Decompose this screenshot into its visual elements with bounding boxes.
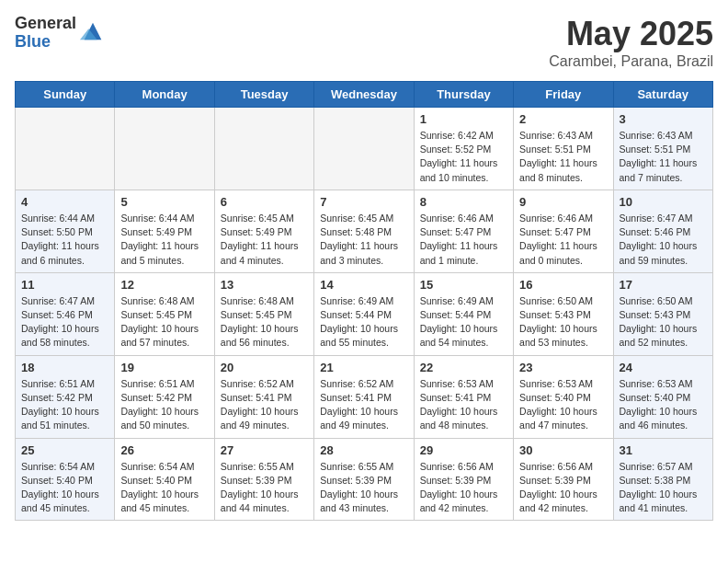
calendar-cell: 18Sunrise: 6:51 AM Sunset: 5:42 PM Dayli… bbox=[16, 355, 115, 438]
week-row-4: 18Sunrise: 6:51 AM Sunset: 5:42 PM Dayli… bbox=[16, 355, 713, 438]
day-info: Sunrise: 6:44 AM Sunset: 5:50 PM Dayligh… bbox=[21, 212, 108, 268]
calendar-cell: 31Sunrise: 6:57 AM Sunset: 5:38 PM Dayli… bbox=[613, 438, 712, 521]
weekday-header-sunday: Sunday bbox=[16, 82, 115, 108]
day-number: 19 bbox=[120, 361, 208, 374]
day-info: Sunrise: 6:44 AM Sunset: 5:49 PM Dayligh… bbox=[120, 212, 208, 268]
title-block: May 2025 Carambei, Parana, Brazil bbox=[549, 15, 713, 70]
calendar-cell: 26Sunrise: 6:54 AM Sunset: 5:40 PM Dayli… bbox=[115, 438, 214, 521]
calendar-cell: 15Sunrise: 6:49 AM Sunset: 5:44 PM Dayli… bbox=[414, 272, 513, 355]
week-row-1: 1Sunrise: 6:42 AM Sunset: 5:52 PM Daylig… bbox=[16, 108, 713, 190]
logo-icon bbox=[80, 18, 106, 44]
day-number: 1 bbox=[420, 112, 507, 126]
day-info: Sunrise: 6:46 AM Sunset: 5:47 PM Dayligh… bbox=[519, 212, 607, 268]
calendar-cell: 12Sunrise: 6:48 AM Sunset: 5:45 PM Dayli… bbox=[115, 272, 214, 355]
week-row-3: 11Sunrise: 6:47 AM Sunset: 5:46 PM Dayli… bbox=[16, 272, 713, 355]
calendar-cell: 17Sunrise: 6:50 AM Sunset: 5:43 PM Dayli… bbox=[613, 272, 712, 355]
day-info: Sunrise: 6:42 AM Sunset: 5:52 PM Dayligh… bbox=[420, 129, 507, 185]
calendar-cell: 29Sunrise: 6:56 AM Sunset: 5:39 PM Dayli… bbox=[414, 438, 513, 521]
day-number: 6 bbox=[221, 195, 308, 209]
week-row-2: 4Sunrise: 6:44 AM Sunset: 5:50 PM Daylig… bbox=[16, 190, 713, 272]
calendar-cell: 3Sunrise: 6:43 AM Sunset: 5:51 PM Daylig… bbox=[613, 108, 712, 190]
day-number: 18 bbox=[21, 361, 108, 374]
calendar-cell: 23Sunrise: 6:53 AM Sunset: 5:40 PM Dayli… bbox=[514, 355, 613, 438]
day-number: 24 bbox=[620, 361, 707, 374]
calendar-cell: 2Sunrise: 6:43 AM Sunset: 5:51 PM Daylig… bbox=[514, 108, 613, 190]
calendar-cell: 27Sunrise: 6:55 AM Sunset: 5:39 PM Dayli… bbox=[214, 438, 313, 521]
calendar-cell: 13Sunrise: 6:48 AM Sunset: 5:45 PM Dayli… bbox=[214, 272, 313, 355]
day-info: Sunrise: 6:53 AM Sunset: 5:40 PM Dayligh… bbox=[620, 377, 707, 433]
day-number: 28 bbox=[320, 443, 407, 457]
calendar-cell: 9Sunrise: 6:46 AM Sunset: 5:47 PM Daylig… bbox=[514, 190, 613, 272]
day-info: Sunrise: 6:54 AM Sunset: 5:40 PM Dayligh… bbox=[120, 460, 208, 516]
day-info: Sunrise: 6:53 AM Sunset: 5:41 PM Dayligh… bbox=[420, 377, 507, 433]
calendar-cell bbox=[115, 108, 214, 190]
weekday-header-friday: Friday bbox=[514, 82, 613, 108]
calendar-cell bbox=[214, 108, 313, 190]
day-info: Sunrise: 6:47 AM Sunset: 5:46 PM Dayligh… bbox=[21, 294, 108, 350]
day-info: Sunrise: 6:46 AM Sunset: 5:47 PM Dayligh… bbox=[420, 212, 507, 268]
day-number: 20 bbox=[221, 361, 308, 374]
day-number: 11 bbox=[21, 278, 108, 292]
day-number: 13 bbox=[221, 278, 308, 292]
day-number: 25 bbox=[21, 443, 108, 457]
day-info: Sunrise: 6:56 AM Sunset: 5:39 PM Dayligh… bbox=[519, 460, 607, 516]
day-info: Sunrise: 6:45 AM Sunset: 5:49 PM Dayligh… bbox=[221, 212, 308, 268]
month-title: May 2025 bbox=[549, 15, 713, 53]
logo-blue-text: Blue bbox=[15, 33, 76, 52]
day-number: 22 bbox=[420, 361, 507, 374]
day-info: Sunrise: 6:52 AM Sunset: 5:41 PM Dayligh… bbox=[221, 377, 308, 433]
day-info: Sunrise: 6:53 AM Sunset: 5:40 PM Dayligh… bbox=[519, 377, 607, 433]
weekday-header-thursday: Thursday bbox=[414, 82, 513, 108]
day-info: Sunrise: 6:52 AM Sunset: 5:41 PM Dayligh… bbox=[320, 377, 407, 433]
calendar-cell: 25Sunrise: 6:54 AM Sunset: 5:40 PM Dayli… bbox=[16, 438, 115, 521]
calendar-cell: 24Sunrise: 6:53 AM Sunset: 5:40 PM Dayli… bbox=[613, 355, 712, 438]
calendar-cell: 19Sunrise: 6:51 AM Sunset: 5:42 PM Dayli… bbox=[115, 355, 214, 438]
day-info: Sunrise: 6:48 AM Sunset: 5:45 PM Dayligh… bbox=[120, 294, 208, 350]
day-info: Sunrise: 6:54 AM Sunset: 5:40 PM Dayligh… bbox=[21, 460, 108, 516]
day-number: 3 bbox=[620, 112, 707, 126]
day-number: 5 bbox=[120, 195, 208, 209]
day-number: 9 bbox=[519, 195, 607, 209]
day-info: Sunrise: 6:43 AM Sunset: 5:51 PM Dayligh… bbox=[620, 129, 707, 185]
calendar-cell: 1Sunrise: 6:42 AM Sunset: 5:52 PM Daylig… bbox=[414, 108, 513, 190]
day-number: 30 bbox=[519, 443, 607, 457]
header: General Blue May 2025 Carambei, Parana, … bbox=[15, 15, 713, 70]
day-info: Sunrise: 6:55 AM Sunset: 5:39 PM Dayligh… bbox=[320, 460, 407, 516]
day-info: Sunrise: 6:45 AM Sunset: 5:48 PM Dayligh… bbox=[320, 212, 407, 268]
day-info: Sunrise: 6:49 AM Sunset: 5:44 PM Dayligh… bbox=[320, 294, 407, 350]
calendar-cell: 14Sunrise: 6:49 AM Sunset: 5:44 PM Dayli… bbox=[314, 272, 414, 355]
day-number: 26 bbox=[120, 443, 208, 457]
calendar-cell bbox=[16, 108, 115, 190]
day-number: 29 bbox=[420, 443, 507, 457]
weekday-header-monday: Monday bbox=[115, 82, 214, 108]
calendar-cell: 20Sunrise: 6:52 AM Sunset: 5:41 PM Dayli… bbox=[214, 355, 313, 438]
day-info: Sunrise: 6:43 AM Sunset: 5:51 PM Dayligh… bbox=[519, 129, 607, 185]
day-info: Sunrise: 6:57 AM Sunset: 5:38 PM Dayligh… bbox=[620, 460, 707, 516]
day-info: Sunrise: 6:47 AM Sunset: 5:46 PM Dayligh… bbox=[620, 212, 707, 268]
logo-general-text: General bbox=[15, 15, 76, 33]
day-info: Sunrise: 6:51 AM Sunset: 5:42 PM Dayligh… bbox=[120, 377, 208, 433]
day-number: 8 bbox=[420, 195, 507, 209]
day-number: 10 bbox=[620, 195, 707, 209]
day-info: Sunrise: 6:56 AM Sunset: 5:39 PM Dayligh… bbox=[420, 460, 507, 516]
day-info: Sunrise: 6:50 AM Sunset: 5:43 PM Dayligh… bbox=[620, 294, 707, 350]
day-info: Sunrise: 6:51 AM Sunset: 5:42 PM Dayligh… bbox=[21, 377, 108, 433]
weekday-header-saturday: Saturday bbox=[613, 82, 712, 108]
week-row-5: 25Sunrise: 6:54 AM Sunset: 5:40 PM Dayli… bbox=[16, 438, 713, 521]
day-number: 27 bbox=[221, 443, 308, 457]
calendar-cell: 10Sunrise: 6:47 AM Sunset: 5:46 PM Dayli… bbox=[613, 190, 712, 272]
day-number: 2 bbox=[519, 112, 607, 126]
day-number: 4 bbox=[21, 195, 108, 209]
calendar-cell: 30Sunrise: 6:56 AM Sunset: 5:39 PM Dayli… bbox=[514, 438, 613, 521]
day-number: 16 bbox=[519, 278, 607, 292]
calendar-cell bbox=[314, 108, 414, 190]
calendar-cell: 21Sunrise: 6:52 AM Sunset: 5:41 PM Dayli… bbox=[314, 355, 414, 438]
day-number: 21 bbox=[320, 361, 407, 374]
day-number: 31 bbox=[620, 443, 707, 457]
calendar-cell: 4Sunrise: 6:44 AM Sunset: 5:50 PM Daylig… bbox=[16, 190, 115, 272]
day-info: Sunrise: 6:50 AM Sunset: 5:43 PM Dayligh… bbox=[519, 294, 607, 350]
day-number: 12 bbox=[120, 278, 208, 292]
weekday-header-wednesday: Wednesday bbox=[314, 82, 414, 108]
calendar-cell: 11Sunrise: 6:47 AM Sunset: 5:46 PM Dayli… bbox=[16, 272, 115, 355]
calendar-cell: 8Sunrise: 6:46 AM Sunset: 5:47 PM Daylig… bbox=[414, 190, 513, 272]
